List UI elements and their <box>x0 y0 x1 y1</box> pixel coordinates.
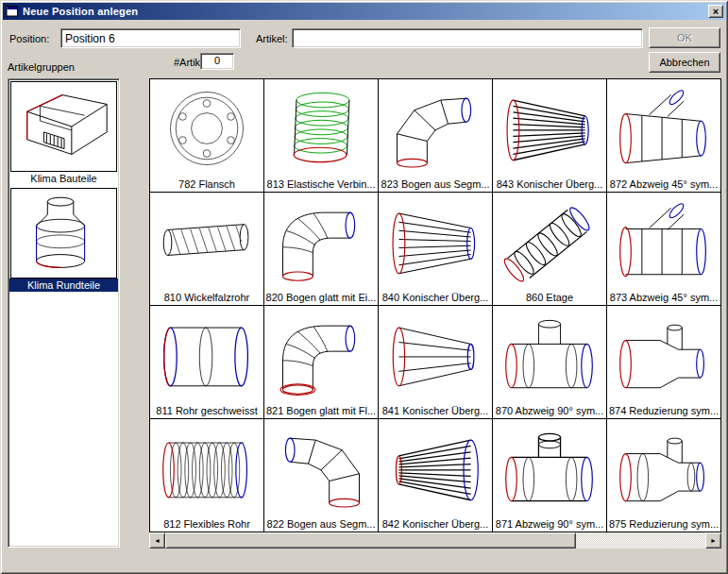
scrollbar-track[interactable] <box>165 532 705 549</box>
branch-45-icon <box>607 79 720 177</box>
window-icon <box>5 5 20 18</box>
article-label: 822 Bogen aus Segm... <box>264 517 378 532</box>
article-cell[interactable]: 841 Konischer Überg... <box>379 306 492 418</box>
elastic-connector-icon <box>264 79 378 177</box>
article-cell[interactable]: 810 Wickelfalzrohr <box>150 193 263 305</box>
spiral-duct-icon <box>150 193 263 291</box>
article-label: 821 Bogen glatt mit Fl... <box>264 404 378 418</box>
reduction-icon <box>607 306 720 404</box>
cone-heavy-icon <box>493 79 606 177</box>
group-item[interactable]: Klima Bauteile <box>9 81 118 185</box>
scroll-right-button[interactable]: ► <box>705 532 721 549</box>
artikel-label: Artikel: <box>256 33 288 44</box>
flexible-tube-icon <box>150 419 263 517</box>
article-cell[interactable]: 842 Konischer Überg... <box>379 419 492 532</box>
article-cell[interactable]: 811 Rohr geschweisst <box>150 306 263 418</box>
article-label: 842 Konischer Überg... <box>379 517 492 532</box>
flange-icon <box>150 79 263 177</box>
ok-button[interactable]: OK <box>649 27 720 48</box>
article-cell[interactable]: 820 Bogen glatt mit Ei... <box>264 193 378 305</box>
article-label: 841 Konischer Überg... <box>379 404 492 418</box>
reduction-b-icon <box>607 419 720 517</box>
article-cell[interactable]: 822 Bogen aus Segm... <box>264 419 378 532</box>
article-area: 782 Flansch813 Elastische Verbin...823 B… <box>149 78 721 549</box>
article-cell[interactable]: 843 Konischer Überg... <box>493 79 606 192</box>
article-cell[interactable]: 872 Abzweig 45° sym... <box>607 79 720 192</box>
article-grid[interactable]: 782 Flansch813 Elastische Verbin...823 B… <box>149 78 721 532</box>
article-label: 782 Flansch <box>150 177 263 192</box>
position-input[interactable] <box>60 28 241 48</box>
close-button[interactable]: × <box>708 5 723 18</box>
cancel-button[interactable]: Abbrechen <box>649 52 720 73</box>
article-cell[interactable]: 821 Bogen glatt mit Fl... <box>264 306 378 418</box>
branch-90-b-icon <box>493 419 606 517</box>
article-label: 813 Elastische Verbin... <box>264 177 378 192</box>
group-label: Klima Rundteile <box>9 279 118 292</box>
segment-bend-icon <box>379 79 492 177</box>
branch-45-b-icon <box>607 193 720 291</box>
article-label: 871 Abzweig 90° sym... <box>493 517 606 532</box>
dialog-neue-position: Neue Position anlegen × Position: Artike… <box>0 0 728 574</box>
scrollbar-thumb[interactable] <box>165 532 576 549</box>
article-label: 812 Flexibles Rohr <box>150 517 263 532</box>
titlebar[interactable]: Neue Position anlegen × <box>3 3 725 20</box>
group-list[interactable]: Klima BauteileKlima Rundteile <box>8 78 120 548</box>
scroll-left-button[interactable]: ◄ <box>149 532 165 549</box>
horizontal-scrollbar[interactable]: ◄ ► <box>149 532 721 549</box>
round-parts-icon <box>10 188 117 279</box>
article-label: 843 Konischer Überg... <box>493 177 606 192</box>
group-label: Klima Bauteile <box>9 172 118 185</box>
article-cell[interactable]: 813 Elastische Verbin... <box>264 79 378 192</box>
cone-heavy-m-icon <box>379 419 492 517</box>
position-label: Position: <box>9 33 49 44</box>
article-cell[interactable]: 812 Flexibles Rohr <box>150 419 263 532</box>
article-cell[interactable]: 823 Bogen aus Segm... <box>379 79 492 192</box>
article-cell[interactable]: 782 Flansch <box>150 79 263 192</box>
flanged-elbow-icon <box>264 306 378 404</box>
welded-tube-icon <box>150 306 263 404</box>
artikel-input[interactable] <box>292 28 643 48</box>
window-title: Neue Position anlegen <box>23 6 708 17</box>
article-label: 860 Etage <box>493 291 606 305</box>
group-item[interactable]: Klima Rundteile <box>9 188 118 292</box>
branch-90-icon <box>493 306 606 404</box>
article-label: 820 Bogen glatt mit Ei... <box>264 291 378 305</box>
artikelgruppen-label: Artikelgruppen <box>8 61 75 73</box>
article-cell[interactable]: 871 Abzweig 90° sym... <box>493 419 606 532</box>
smooth-elbow-icon <box>264 193 378 291</box>
article-label: 875 Reduzierung sym... <box>607 517 720 532</box>
article-label: 872 Abzweig 45° sym... <box>607 177 720 192</box>
article-label: 823 Bogen aus Segm... <box>379 177 492 192</box>
article-cell[interactable]: 873 Abzweig 45° sym... <box>607 193 720 305</box>
cone-medium-icon <box>379 193 492 291</box>
article-label: 873 Abzweig 45° sym... <box>607 291 720 305</box>
article-cell[interactable]: 860 Etage <box>493 193 606 305</box>
article-label: 870 Abzweig 90° sym... <box>493 404 606 418</box>
cone-light-icon <box>379 306 492 404</box>
article-cell[interactable]: 875 Reduzierung sym... <box>607 419 720 532</box>
article-cell[interactable]: 840 Konischer Überg... <box>379 193 492 305</box>
article-cell[interactable]: 874 Reduzierung sym... <box>607 306 720 418</box>
artikel-count-value: 0 <box>200 53 234 70</box>
article-label: 840 Konischer Überg... <box>379 291 492 305</box>
offset-duct-icon <box>493 193 606 291</box>
article-label: 811 Rohr geschweisst <box>150 404 263 418</box>
segment-bend-m-icon <box>264 419 378 517</box>
article-label: 874 Reduzierung sym... <box>607 404 720 418</box>
article-cell[interactable]: 870 Abzweig 90° sym... <box>493 306 606 418</box>
article-label: 810 Wickelfalzrohr <box>150 291 263 305</box>
duct-box-icon <box>10 81 117 172</box>
